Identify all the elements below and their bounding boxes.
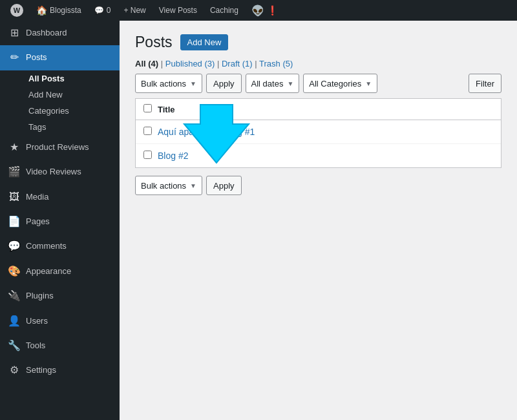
post-checkbox-2[interactable] — [143, 151, 152, 159]
sidebar-subitem-tags[interactable]: Tags — [0, 119, 120, 135]
post-checkbox-wrapper-1[interactable] — [143, 127, 158, 137]
sidebar-item-label: Product Reviews — [26, 142, 89, 153]
title-column-header: Title — [158, 105, 175, 114]
filter-tab-draft[interactable]: Draft (1) — [222, 59, 253, 68]
filter-tab-published[interactable]: Published (3) — [165, 59, 215, 68]
sidebar-item-label: Posts — [26, 52, 47, 63]
table-controls-bottom: Bulk actions ▼ Apply — [135, 176, 501, 195]
house-icon: 🏠 — [36, 5, 47, 16]
media-icon: 🖼 — [8, 190, 21, 204]
sidebar-item-label: Plugins — [26, 290, 54, 302]
warning-icon: ❗ — [267, 5, 278, 16]
sidebar-item-product-reviews[interactable]: ★ Product Reviews — [0, 135, 120, 160]
sidebar-item-users[interactable]: 👤 Users — [0, 309, 120, 333]
sidebar-item-label: Appearance — [26, 266, 71, 277]
sidebar-item-comments[interactable]: 💬 Comments — [0, 234, 120, 258]
apply-button-top[interactable]: Apply — [206, 74, 242, 93]
add-new-button[interactable]: Add New — [180, 34, 229, 50]
sidebar-item-media[interactable]: 🖼 Media — [0, 185, 120, 209]
sidebar-item-posts[interactable]: ✏ Posts — [0, 45, 120, 70]
all-dates-label: All dates — [251, 79, 284, 89]
sidebar-item-tools[interactable]: 🔧 Tools — [0, 333, 120, 358]
caching-item[interactable]: Caching — [205, 0, 244, 21]
select-all-checkbox[interactable] — [143, 104, 152, 112]
sidebar-item-pages[interactable]: 📄 Pages — [0, 209, 120, 234]
alien-icon: 👽 — [251, 5, 264, 17]
post-checkbox-wrapper-2[interactable] — [143, 151, 158, 161]
sidebar-item-video-reviews[interactable]: 🎬 Video Reviews — [0, 160, 120, 184]
comment-icon: 💬 — [94, 6, 104, 15]
bulk-actions-label: Bulk actions — [141, 79, 186, 89]
sidebar-subitem-all-posts[interactable]: All Posts — [0, 70, 120, 87]
product-reviews-icon: ★ — [8, 140, 21, 154]
appearance-icon: 🎨 — [8, 264, 21, 278]
comments-icon: 💬 — [8, 239, 21, 253]
dates-dropdown-arrow-icon: ▼ — [287, 80, 293, 87]
sidebar: ⊞ Dashboard ✏ Posts All Posts Add New Ca… — [0, 21, 120, 420]
video-reviews-icon: 🎬 — [8, 165, 21, 179]
sidebar-item-label: Comments — [26, 240, 67, 252]
sidebar-item-label: Tools — [26, 340, 45, 352]
bulk-actions-dropdown-bottom[interactable]: Bulk actions ▼ — [135, 176, 202, 195]
all-categories-dropdown[interactable]: All Categories ▼ — [303, 74, 377, 93]
all-categories-label: All Categories — [309, 79, 361, 89]
sidebar-item-label: Dashboard — [26, 27, 67, 39]
caching-label: Caching — [210, 6, 238, 15]
dropdown-arrow-icon: ▼ — [190, 80, 196, 87]
sidebar-item-label: Media — [26, 191, 48, 203]
tools-icon: 🔧 — [8, 339, 21, 353]
posts-table: Title Aquí aparece tu Blog #1 Blog #2 — [135, 98, 501, 168]
dashboard-icon: ⊞ — [8, 26, 21, 40]
page-title: Posts — [135, 34, 173, 51]
sidebar-item-appearance[interactable]: 🎨 Appearance — [0, 259, 120, 284]
sidebar-item-label: Pages — [26, 216, 50, 227]
bulk-actions-dropdown-top[interactable]: Bulk actions ▼ — [135, 74, 202, 93]
table-row: Aquí aparece tu Blog #1 — [136, 120, 501, 144]
comments-item[interactable]: 💬 0 — [89, 0, 116, 21]
select-all-checkbox-wrapper[interactable] — [143, 104, 158, 114]
new-label: + New — [123, 6, 145, 15]
sidebar-subitem-categories[interactable]: Categories — [0, 103, 120, 119]
filter-button[interactable]: Filter — [469, 74, 501, 93]
filter-tab-all[interactable]: All (4) — [135, 59, 158, 68]
table-controls-top: Bulk actions ▼ Apply All dates ▼ All Cat… — [135, 74, 501, 93]
alien-item[interactable]: 👽 ❗ — [246, 0, 283, 21]
plugins-icon: 🔌 — [8, 289, 21, 303]
sidebar-item-settings[interactable]: ⚙ Settings — [0, 358, 120, 383]
sidebar-item-label: Settings — [26, 364, 56, 376]
view-posts-label: View Posts — [159, 6, 197, 15]
all-dates-dropdown[interactable]: All dates ▼ — [246, 74, 300, 93]
filter-tabs: All (4) | Published (3) | Draft (1) | Tr… — [135, 59, 501, 68]
users-icon: 👤 — [8, 314, 21, 328]
table-header-row: Title — [136, 99, 501, 120]
sidebar-item-plugins[interactable]: 🔌 Plugins — [0, 284, 120, 308]
posts-icon: ✏ — [8, 50, 21, 65]
main-layout: ⊞ Dashboard ✏ Posts All Posts Add New Ca… — [0, 21, 517, 420]
filter-tab-trash[interactable]: Trash (5) — [259, 59, 293, 68]
sidebar-item-label: Video Reviews — [26, 166, 81, 178]
new-item[interactable]: + New — [118, 0, 151, 21]
apply-button-bottom[interactable]: Apply — [206, 176, 242, 195]
sidebar-item-dashboard[interactable]: ⊞ Dashboard — [0, 21, 120, 45]
settings-icon: ⚙ — [8, 363, 21, 377]
post-title-link-2[interactable]: Blog #2 — [158, 151, 188, 161]
page-header: Posts Add New — [135, 34, 501, 51]
site-name-item[interactable]: 🏠 Blogissta — [31, 0, 87, 21]
categories-dropdown-arrow-icon: ▼ — [365, 80, 372, 87]
site-name: Blogissta — [50, 6, 81, 15]
content-area: Posts Add New All (4) | Published (3) | … — [120, 21, 517, 420]
wp-logo: W — [10, 4, 23, 17]
sidebar-subitem-add-new[interactable]: Add New — [0, 87, 120, 103]
view-posts-item[interactable]: View Posts — [154, 0, 202, 21]
bulk-actions-label-bottom: Bulk actions — [141, 181, 186, 191]
table-row: Blog #2 — [136, 144, 501, 167]
admin-bar: W 🏠 Blogissta 💬 0 + New View Posts Cachi… — [0, 0, 517, 21]
bulk-dropdown-arrow-bottom-icon: ▼ — [190, 182, 196, 189]
wp-logo-item[interactable]: W — [5, 0, 28, 21]
sidebar-item-label: Users — [26, 315, 48, 327]
post-checkbox-1[interactable] — [143, 127, 152, 135]
pages-icon: 📄 — [8, 215, 21, 229]
post-title-link-1[interactable]: Aquí aparece tu Blog #1 — [158, 127, 255, 137]
comment-count: 0 — [107, 6, 111, 15]
